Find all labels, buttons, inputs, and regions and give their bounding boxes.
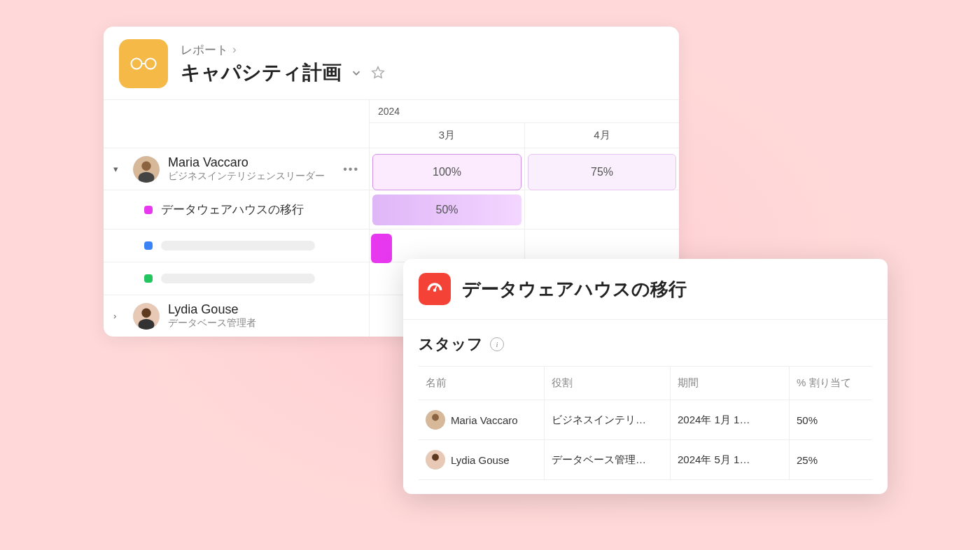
gauge-icon: [419, 273, 451, 305]
task-placeholder: [161, 274, 315, 283]
task-color-icon: [144, 206, 153, 214]
detail-title: データウェアハウスの移行: [462, 277, 687, 302]
cell-alloc: 50%: [797, 414, 818, 426]
allocation-bar[interactable]: 100%: [372, 154, 522, 190]
staff-section-label: スタッフ: [419, 334, 483, 355]
cell-name: Lydia Gouse: [451, 454, 510, 466]
avatar: [426, 450, 445, 470]
cell-alloc: 25%: [797, 454, 818, 466]
avatar: [133, 303, 160, 330]
task-bar-stub[interactable]: [371, 234, 392, 263]
allocation-bar[interactable]: 75%: [528, 154, 676, 190]
year-label: 2024: [370, 100, 679, 123]
chevron-down-icon[interactable]: ▾: [113, 164, 125, 174]
detail-header: データウェアハウスの移行: [403, 259, 888, 320]
svg-point-1: [146, 59, 156, 69]
person-role: ビジネスインテリジェンスリーダー: [168, 170, 325, 183]
cell-role: ビジネスインテリ…: [552, 414, 646, 427]
task-color-icon: [144, 274, 153, 283]
task-row[interactable]: データウェアハウスの移行: [104, 190, 370, 230]
avatar: [133, 156, 160, 183]
col-role: 役割: [545, 367, 671, 400]
cell-period: 2024年 1月 1…: [678, 414, 750, 427]
person-name: Lydia Gouse: [168, 302, 256, 317]
svg-point-13: [432, 454, 439, 461]
chevron-right-icon: ›: [232, 43, 237, 57]
breadcrumb[interactable]: レポート ›: [181, 42, 385, 58]
task-row[interactable]: [104, 230, 370, 262]
card-header: レポート › キャパシティ計画: [104, 27, 679, 99]
task-label: データウェアハウスの移行: [161, 202, 304, 218]
report-icon: [119, 39, 168, 88]
svg-point-6: [141, 308, 150, 317]
chevron-right-icon[interactable]: ›: [113, 311, 125, 321]
svg-point-3: [141, 161, 150, 170]
info-icon[interactable]: i: [490, 337, 504, 351]
page-title: キャパシティ計画: [181, 59, 342, 86]
col-name: 名前: [419, 367, 545, 400]
task-allocation-bar[interactable]: 50%: [372, 195, 522, 225]
staff-table: 名前 役割 期間 % 割り当て Maria Vaccaro ビジネスインテリ… …: [419, 366, 872, 480]
person-row[interactable]: ▾ Maria Vaccaro ビジネスインテリジェンスリーダー •••: [104, 148, 370, 190]
person-role: データベース管理者: [168, 317, 256, 330]
task-detail-card: データウェアハウスの移行 スタッフ i 名前 役割 期間 % 割り当て Mari…: [403, 259, 888, 494]
avatar: [426, 410, 445, 430]
table-row[interactable]: Lydia Gouse データベース管理… 2024年 5月 1… 25%: [419, 440, 872, 480]
month-header: 3月: [370, 123, 525, 148]
task-row[interactable]: [104, 262, 370, 295]
star-icon[interactable]: [371, 66, 385, 80]
cell-role: データベース管理…: [552, 453, 646, 467]
col-period: 期間: [671, 367, 790, 400]
more-icon[interactable]: •••: [343, 163, 359, 176]
svg-point-11: [432, 414, 439, 421]
person-name: Maria Vaccaro: [168, 155, 325, 170]
task-bar-cell[interactable]: 50%: [370, 190, 525, 230]
svg-point-0: [132, 59, 142, 69]
task-placeholder: [161, 241, 315, 251]
allocation-cell[interactable]: 75%: [525, 148, 679, 190]
cell-period: 2024年 5月 1…: [678, 453, 750, 467]
allocation-cell[interactable]: 100%: [370, 148, 525, 190]
month-header: 4月: [525, 123, 679, 148]
person-row[interactable]: › Lydia Gouse データベース管理者: [104, 295, 370, 337]
task-color-icon: [144, 241, 153, 250]
cell-name: Maria Vaccaro: [451, 414, 518, 426]
table-row[interactable]: Maria Vaccaro ビジネスインテリ… 2024年 1月 1… 50%: [419, 400, 872, 440]
breadcrumb-item[interactable]: レポート: [181, 42, 228, 58]
chevron-down-icon[interactable]: [350, 66, 363, 79]
col-alloc: % 割り当て: [790, 367, 872, 400]
